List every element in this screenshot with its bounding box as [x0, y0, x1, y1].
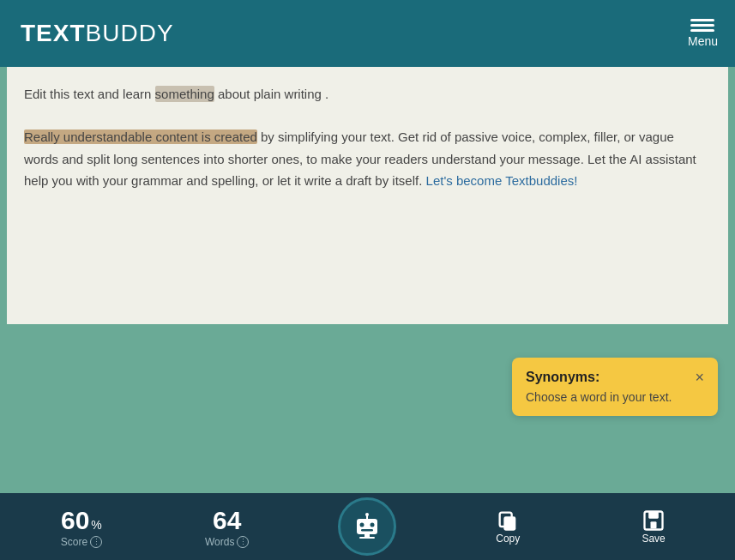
header: TEXTBUDDY Menu — [0, 0, 735, 67]
menu-line-2 — [690, 24, 714, 27]
menu-button[interactable]: Menu — [688, 19, 718, 48]
svg-point-3 — [360, 523, 364, 527]
copy-icon — [496, 509, 520, 533]
save-button[interactable]: Save — [619, 509, 688, 545]
svg-rect-0 — [357, 519, 377, 534]
svg-rect-5 — [361, 529, 373, 532]
highlight-something: something — [155, 86, 214, 102]
highlight-passive: Really understandable content is created — [24, 129, 257, 144]
text-blue: Let's become Textbuddies! — [426, 173, 578, 188]
words-stat: 64 Words ⋮ — [193, 506, 262, 548]
robot-button[interactable] — [338, 497, 396, 556]
words-info-icon[interactable]: ⋮ — [237, 536, 249, 548]
synonyms-header: Synonyms: × — [526, 370, 704, 385]
score-stat: 60% Score ⋮ — [47, 506, 116, 548]
svg-rect-6 — [364, 534, 370, 537]
score-label: Score ⋮ — [61, 536, 102, 548]
svg-rect-12 — [651, 521, 657, 528]
svg-rect-8 — [504, 516, 516, 530]
text-line-1: Edit this text and learn something about… — [24, 82, 711, 105]
bottom-bar: 60% Score ⋮ 64 Words ⋮ — [0, 493, 735, 560]
synonyms-title: Synonyms: — [526, 370, 599, 385]
synonyms-body: Choose a word in your text. — [526, 390, 704, 404]
score-info-icon[interactable]: ⋮ — [90, 536, 102, 548]
app: TEXTBUDDY Menu Edit this text and learn … — [0, 0, 735, 560]
svg-rect-7 — [359, 537, 375, 539]
copy-button[interactable]: Copy — [473, 509, 542, 545]
words-number: 64 — [213, 506, 241, 534]
words-label: Words ⋮ — [205, 536, 249, 548]
menu-label: Menu — [688, 34, 718, 48]
synonyms-close-button[interactable]: × — [695, 370, 704, 385]
text-paragraph: Really understandable content is created… — [24, 126, 711, 192]
robot-icon — [351, 510, 383, 543]
logo-buddy: BUDDY — [86, 20, 174, 47]
text-panel: Edit this text and learn something about… — [7, 67, 728, 324]
svg-point-2 — [365, 513, 369, 516]
score-number: 60% — [61, 506, 102, 534]
menu-line-3 — [690, 29, 714, 32]
logo: TEXTBUDDY — [21, 20, 174, 47]
save-icon — [642, 509, 666, 533]
logo-text: TEXT — [21, 20, 86, 47]
content-wrapper: Edit this text and learn something about… — [0, 67, 735, 493]
empty-line — [24, 109, 711, 126]
menu-line-1 — [690, 19, 714, 21]
copy-label: Copy — [496, 533, 520, 545]
svg-rect-11 — [648, 512, 659, 519]
save-label: Save — [642, 533, 665, 545]
synonyms-tooltip: Synonyms: × Choose a word in your text. — [512, 358, 718, 416]
svg-point-4 — [371, 523, 375, 527]
